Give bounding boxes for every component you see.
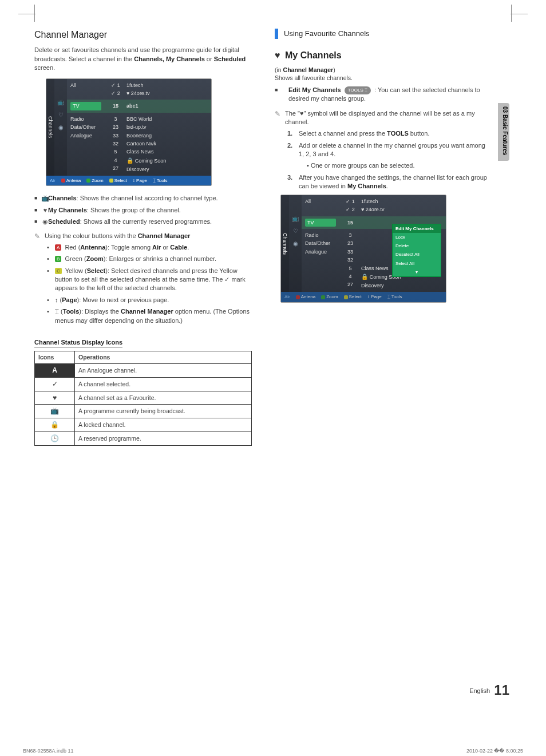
intro-strong2: Scheduled (214, 56, 246, 62)
tv-footer-bar: Air Antena Zoom Select ↕ Page ⌶ Tools (281, 292, 446, 302)
ch-num: 27 (106, 164, 125, 172)
my-channels-text: My Channels (285, 50, 342, 60)
type-analogue: Analogue (305, 248, 337, 256)
edit-my-channels-list: Edit My Channels TOOLS ⌶ : You can set t… (275, 86, 492, 104)
step-text2: . (386, 183, 388, 189)
rest: : Move to next or previous page. (79, 296, 169, 303)
ch-name: Class News (126, 148, 210, 156)
status-icons-title: Channel Status Display Icons (34, 338, 122, 347)
ch-name: BBC World (126, 115, 210, 123)
icon-cell: A (35, 364, 75, 378)
imprint-right: 2010-02-22 �� 8:00:25 (466, 748, 523, 754)
legend-mychannels: ♥ My Channels: Shows the group of the ch… (34, 206, 252, 215)
check-num: 2 (117, 90, 120, 96)
channel-manager-screenshot: Channels 📺 ♡ ◉ All ✓ 1 ✓ (46, 78, 212, 187)
label: Green (65, 255, 82, 262)
popup-item: Deselect All (393, 250, 441, 259)
tv-side-label: Channels (46, 79, 54, 176)
page-number: 11 (494, 682, 509, 698)
th-icons: Icons (35, 351, 75, 364)
colour-buttons-note: Using the colour buttons with the Channe… (34, 232, 252, 240)
step-text: After you have changed the settings, the… (299, 174, 487, 189)
legend-label: My Channels (48, 207, 87, 213)
legend-list: 📺 Channels: Shows the channel list accor… (34, 194, 252, 226)
tv-side-label: Channels (281, 195, 289, 292)
check-num: 1 (352, 199, 355, 204)
my-channels-screenshot: Channels 📺 ♡ ◉ All ✓ 1 ✓ 2 (280, 195, 446, 303)
intro-strong: Channels, My Channels (134, 56, 204, 62)
ch-num: 23 (341, 239, 360, 247)
bar-item: Tools (157, 178, 168, 183)
red-dot-icon (296, 295, 300, 299)
type-all: All (70, 81, 102, 89)
yellow-tag: C (55, 268, 62, 274)
bar-item: Antena (66, 178, 81, 183)
tv-footer-bar: Air Antena Zoom Select ↕ Page ⌶ Tools (46, 176, 211, 185)
heart-icon: ♡ (58, 111, 64, 119)
ch-name: 1futech (361, 197, 445, 205)
updown-icon: ↕ (55, 296, 58, 303)
ch-name: 24ore.tv (131, 90, 150, 96)
tv-icon-column: 📺 ♡ ◉ (54, 79, 67, 176)
step-2: 2. Add or delete a channel in the my cha… (287, 141, 492, 170)
icon-cell: ♥ (35, 391, 75, 405)
op-cell: A channel selected. (75, 377, 252, 391)
edit-my-channels-item: Edit My Channels TOOLS ⌶ : You can set t… (275, 86, 492, 104)
label: Red (65, 244, 76, 251)
note-c: " symbol will be displayed and the chann… (285, 110, 475, 125)
ch-num: 4 (106, 156, 125, 164)
ch-num: 32 (106, 140, 125, 148)
bar-item: Zoom (92, 178, 103, 183)
clock-icon: ◉ (58, 124, 64, 132)
section-tab: 03 Basic Features (498, 103, 509, 161)
page: 03 Basic Features Channel Manager Delete… (34, 29, 509, 715)
ch-name: Discovery (126, 165, 210, 173)
popup-more-icon: ▾ (393, 268, 441, 276)
rest: : Enlarges or shrinks a channel number. (105, 255, 216, 262)
label: Yellow (65, 267, 83, 274)
imprint-left: BN68-02558A.indb 11 (23, 748, 74, 754)
green-dot-icon (321, 295, 325, 299)
note-strong: Channel Manager (138, 232, 191, 239)
step-1: 1. Select a channel and press the TOOLS … (287, 129, 492, 138)
ch-name: Boonerang (126, 132, 210, 140)
paren-c: ) (333, 66, 335, 73)
channel-manager-intro: Delete or set favourites channels and us… (34, 46, 252, 72)
bar-item: Zoom (326, 294, 338, 299)
s3: Cable (170, 244, 187, 251)
strong: Tools (63, 308, 80, 315)
red-tag: A (55, 244, 61, 251)
shows-favourite: Shows all favourite channels. (275, 74, 492, 82)
bar-item: Select (114, 178, 127, 183)
clock-icon: ◉ (293, 240, 298, 248)
ch-num: 3 (106, 115, 125, 123)
intro-text2: or (207, 56, 214, 62)
red-dot-icon (61, 179, 65, 183)
type-data: Data/Other (305, 239, 337, 247)
steps-list: 1. Select a channel and press the TOOLS … (287, 129, 492, 191)
ch-num: 33 (106, 132, 125, 140)
strong: Page (62, 296, 77, 303)
bar-item: Select (349, 294, 362, 299)
rest: : Toggle among (108, 244, 152, 251)
heart-icon: ♥ (275, 50, 280, 60)
bar-item: Page (136, 178, 147, 183)
ch-name: Coming Soon (135, 158, 167, 164)
type-tv: TV (70, 102, 101, 110)
my-channels-title: ♥ My Channels (275, 49, 492, 62)
ch-name: 1futech (126, 81, 210, 89)
note-text: Using the colour buttons with the (45, 232, 138, 239)
ch-num: 27 (341, 280, 360, 288)
note-a: The " (285, 110, 300, 117)
page-item: ↕ (Page): Move to next or previous page. (47, 296, 252, 304)
popup-item: Select All (393, 259, 441, 268)
strong: Zoom (86, 255, 104, 262)
favourite-heading: Using Favourite Channels (275, 29, 492, 39)
paren-a: (in (275, 66, 283, 73)
op-cell: A channel set as a Favourite. (75, 391, 252, 405)
green-dot-icon (86, 179, 90, 183)
ch-name: Discovery (361, 282, 445, 290)
intro-text3: screen. (34, 64, 55, 71)
bar-air: Air (284, 294, 290, 300)
legend-text: : Shows all the currently reserved progr… (80, 218, 212, 225)
